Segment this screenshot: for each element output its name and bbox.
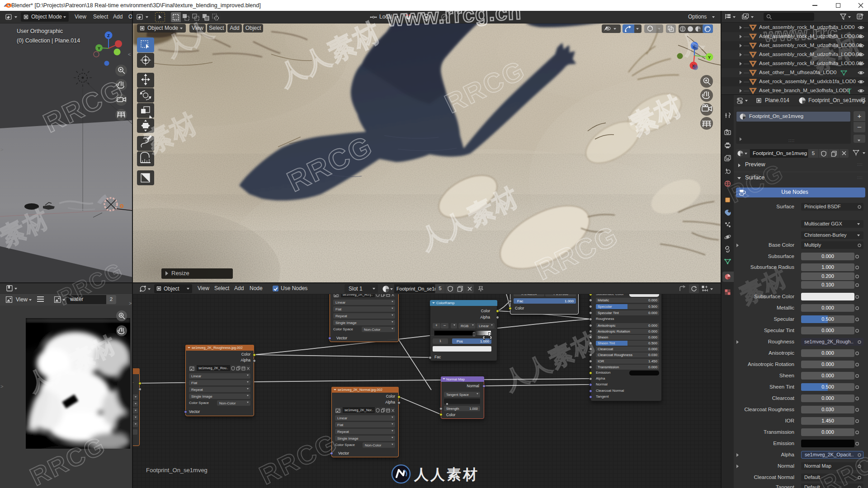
svg-text:Y: Y	[708, 55, 711, 60]
svg-text:Y: Y	[98, 46, 100, 51]
svg-text:Z: Z	[107, 33, 110, 38]
